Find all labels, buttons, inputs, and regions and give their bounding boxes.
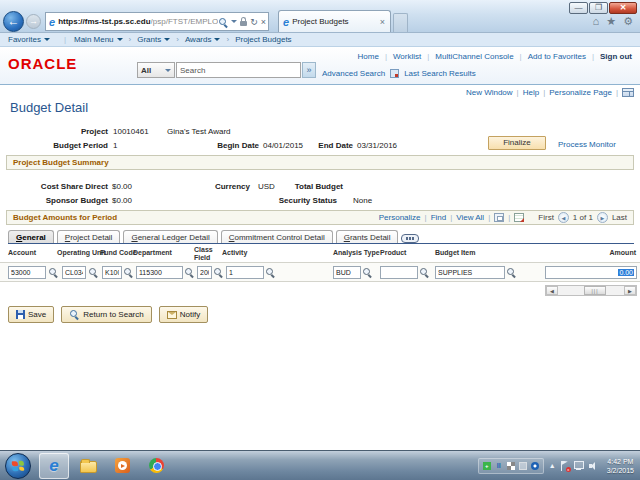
breadcrumb-separator: ›	[129, 35, 132, 44]
account-field[interactable]	[8, 266, 46, 279]
tray-box-icon[interactable]	[519, 462, 527, 470]
breadcrumb-awards[interactable]: Awards	[185, 35, 221, 44]
tab-project-detail[interactable]: Project Detail	[57, 230, 121, 244]
address-bar[interactable]: e https://fms-tst.ps.sc.edu /psp/FTST/EM…	[45, 12, 269, 31]
tray-expand-icon[interactable]: ▲	[549, 462, 556, 469]
scroll-right-button[interactable]: ▶	[624, 286, 636, 295]
personalize-layout-icon[interactable]	[622, 88, 634, 97]
tray-target-icon[interactable]	[531, 462, 539, 470]
download-to-excel-icon[interactable]	[514, 213, 524, 222]
amount-field[interactable]: 0.00	[545, 266, 637, 279]
taskbar-clock[interactable]: 4:42 PM 3/2/2015	[607, 457, 634, 475]
favorites-star-icon[interactable]: ★	[606, 16, 616, 27]
tab-favicon: e	[283, 16, 289, 28]
project-description: Gina's Test Award	[167, 127, 231, 136]
tray-checker-icon[interactable]	[507, 462, 515, 470]
scrollbar-thumb[interactable]: |||	[584, 286, 606, 295]
action-center-flag-icon[interactable]: x	[561, 461, 569, 471]
start-button[interactable]	[5, 453, 31, 479]
header-link-worklist[interactable]: Worklist	[393, 52, 421, 61]
new-window-link[interactable]: New Window	[466, 88, 513, 97]
process-monitor-link[interactable]: Process Monitor	[558, 140, 616, 149]
product-lookup-icon[interactable]	[419, 267, 430, 278]
budget-item-field[interactable]	[435, 266, 505, 279]
activity-lookup-icon[interactable]	[265, 267, 276, 278]
address-search-icon[interactable]	[218, 17, 228, 27]
favorites-menu[interactable]: Favorites	[8, 35, 50, 44]
browser-forward-button[interactable]: →	[26, 14, 41, 29]
header-link-home[interactable]: Home	[358, 52, 379, 61]
taskbar-chrome[interactable]	[141, 453, 171, 479]
show-all-columns-icon[interactable]	[401, 234, 419, 243]
taskbar-media-player[interactable]	[107, 453, 137, 479]
budget-item-lookup-icon[interactable]	[506, 267, 517, 278]
pager-next-button[interactable]: ▶	[597, 212, 608, 223]
column-header: Account	[8, 249, 36, 256]
find-link[interactable]: Find	[431, 213, 447, 222]
search-input[interactable]	[176, 62, 301, 78]
analysis-type-field[interactable]	[333, 266, 361, 279]
save-disk-icon	[16, 310, 25, 319]
tab-general-ledger-detail[interactable]: General Ledger Detail	[123, 230, 217, 244]
browser-tab[interactable]: e Project Budgets ×	[278, 10, 391, 32]
search-go-button[interactable]: »	[302, 62, 316, 78]
home-icon[interactable]: ⌂	[593, 16, 600, 27]
taskbar-internet-explorer[interactable]: e	[39, 453, 69, 479]
return-to-search-button[interactable]: Return to Search	[61, 306, 151, 323]
taskbar-file-explorer[interactable]	[73, 453, 103, 479]
security-lock-icon[interactable]	[240, 21, 247, 26]
last-search-results-link[interactable]: Last Search Results	[404, 69, 476, 78]
window-close-button[interactable]: ✕	[609, 2, 637, 14]
header-link-add-to-favorites[interactable]: Add to Favorites	[528, 52, 586, 61]
stop-icon[interactable]: ×	[261, 17, 266, 27]
view-all-link[interactable]: View All	[456, 213, 484, 222]
volume-icon[interactable]	[589, 461, 598, 470]
address-dropdown-icon[interactable]	[231, 20, 237, 26]
window-minimize-button[interactable]: —	[569, 2, 588, 14]
operating-unit-lookup-icon[interactable]	[88, 267, 99, 278]
personalize-link[interactable]: Personalize	[379, 213, 421, 222]
tray-app-icon[interactable]: +	[483, 462, 491, 470]
pager-previous-button[interactable]: ◀	[558, 212, 569, 223]
tray-pause-icon[interactable]: II	[495, 462, 503, 470]
product-field[interactable]	[380, 266, 418, 279]
header-link-multichannel-console[interactable]: MultiChannel Console	[435, 52, 513, 61]
main-menu[interactable]: Main Menu	[74, 35, 123, 44]
help-link[interactable]: Help	[523, 88, 539, 97]
scrollbar-track[interactable]: |||	[558, 286, 624, 295]
refresh-icon[interactable]: ↻	[250, 17, 258, 27]
scroll-left-button[interactable]: ◀	[546, 286, 558, 295]
personalize-page-link[interactable]: Personalize Page	[549, 88, 612, 97]
department-field[interactable]	[136, 266, 183, 279]
settings-gear-icon[interactable]: ⚙	[623, 16, 633, 27]
fund-code-field[interactable]	[102, 266, 122, 279]
search-scope-dropdown[interactable]: All	[137, 62, 175, 78]
account-lookup-icon[interactable]	[48, 267, 59, 278]
activity-field[interactable]	[226, 266, 264, 279]
class-field-field[interactable]	[197, 266, 212, 279]
operating-unit-field[interactable]	[62, 266, 86, 279]
horizontal-scrollbar[interactable]: ◀ ||| ▶	[545, 285, 637, 296]
tab-general[interactable]: General	[8, 230, 54, 244]
ie-icon: e	[49, 456, 58, 476]
finalize-button[interactable]: Finalize	[488, 136, 546, 150]
analysis-type-lookup-icon[interactable]	[362, 267, 373, 278]
advanced-search-link[interactable]: Advanced Search	[322, 69, 385, 78]
tab-grants-detail[interactable]: Grants Detail	[336, 230, 399, 244]
budget-period-value: 1	[113, 141, 117, 150]
tab-commitment-control-detail[interactable]: Commitment Control Detail	[221, 230, 333, 244]
notify-button[interactable]: Notify	[159, 306, 208, 323]
browser-back-button[interactable]: ←	[3, 11, 24, 32]
window-restore-button[interactable]: ❐	[589, 2, 608, 14]
department-lookup-icon[interactable]	[184, 267, 195, 278]
save-button[interactable]: Save	[8, 306, 54, 323]
network-icon[interactable]	[574, 461, 584, 470]
tab-close-icon[interactable]: ×	[378, 17, 387, 27]
url-path: /psp/FTST/EMPLOYEE/ERP/c/MANA	[151, 17, 219, 26]
class-field-lookup-icon[interactable]	[213, 267, 224, 278]
breadcrumb-grants[interactable]: Grants	[137, 35, 170, 44]
zoom-grid-icon[interactable]	[494, 213, 504, 222]
fund-code-lookup-icon[interactable]	[123, 267, 134, 278]
sign-out-link[interactable]: Sign out	[600, 52, 632, 61]
new-tab-button[interactable]	[393, 13, 408, 32]
